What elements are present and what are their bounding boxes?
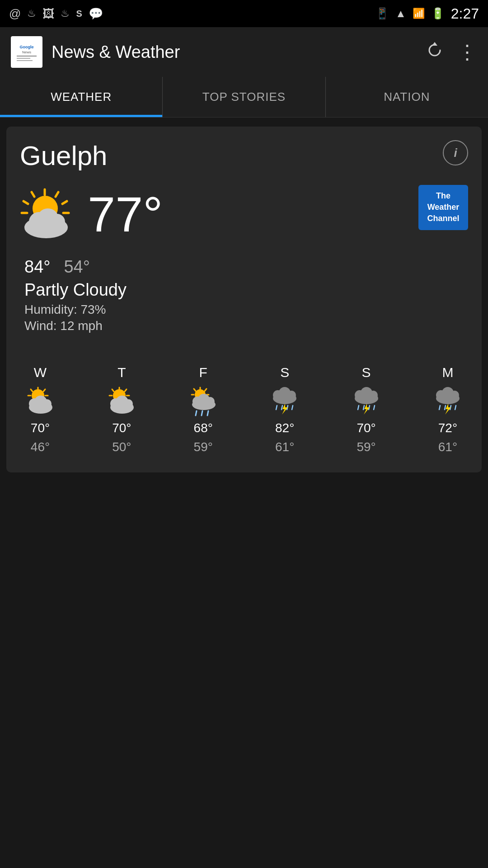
svg-line-57 xyxy=(282,406,282,410)
forecast-icon-m xyxy=(432,385,464,416)
info-button[interactable]: i xyxy=(443,140,468,165)
city-name: Guelph xyxy=(20,140,107,171)
svg-line-9 xyxy=(62,201,67,204)
svg-point-48 xyxy=(206,397,215,406)
forecast-icon-s2 xyxy=(351,385,382,416)
forecast-lo: 46° xyxy=(31,440,50,454)
signal-icon: 📶 xyxy=(413,8,425,19)
svg-point-73 xyxy=(450,391,459,400)
svg-line-21 xyxy=(43,389,45,392)
svg-text:Google: Google xyxy=(20,45,34,49)
at-icon: @ xyxy=(9,7,21,21)
wifi-icon: ▲ xyxy=(395,7,406,20)
svg-rect-4 xyxy=(17,58,30,59)
steam3-icon: S xyxy=(76,9,82,19)
forecast-day-t: T 70° 50° xyxy=(106,365,137,454)
svg-point-38 xyxy=(124,399,133,408)
svg-line-77 xyxy=(455,406,456,410)
status-time: 2:27 xyxy=(451,5,479,22)
forecast-day-m: M 72° 61° xyxy=(432,365,464,454)
svg-line-8 xyxy=(56,192,58,197)
forecast-day-s2: S 70° 59° xyxy=(351,365,382,454)
forecast-day-s1: S 82° xyxy=(269,365,300,454)
tab-top-stories[interactable]: TOP STORIES xyxy=(163,77,325,117)
phone-icon: 📱 xyxy=(375,7,389,20)
city-header: Guelph i xyxy=(20,140,468,171)
forecast-hi: 68° xyxy=(194,421,213,435)
low-temp: 54° xyxy=(64,257,89,277)
humidity: Humidity: 73% xyxy=(24,302,468,317)
chat-icon: 💬 xyxy=(89,7,103,21)
svg-line-68 xyxy=(374,406,375,410)
svg-line-31 xyxy=(125,389,127,392)
svg-point-55 xyxy=(287,391,296,400)
forecast: W 70° 46° xyxy=(20,356,468,454)
forecast-icon-w xyxy=(24,385,56,416)
tab-bar: WEATHER TOP STORIES NATION xyxy=(0,77,488,118)
app-bar: Google News News & Weather ⋮ xyxy=(0,27,488,77)
high-temp: 84° xyxy=(24,257,50,277)
svg-line-11 xyxy=(32,192,34,197)
svg-line-43 xyxy=(194,389,196,391)
forecast-hi: 70° xyxy=(31,421,50,435)
forecast-lo: 59° xyxy=(194,440,213,454)
svg-line-23 xyxy=(31,389,33,392)
weather-channel-badge: The Weather Channel xyxy=(418,185,468,230)
svg-marker-6 xyxy=(432,42,437,46)
forecast-icon-t xyxy=(106,385,137,416)
steam2-icon: ♨ xyxy=(61,8,70,19)
hi-lo: 84° 54° xyxy=(24,257,468,277)
weather-left: 77° xyxy=(20,185,163,244)
svg-line-41 xyxy=(205,389,206,391)
forecast-hi: 72° xyxy=(438,421,457,435)
refresh-button[interactable] xyxy=(426,41,444,63)
svg-line-59 xyxy=(292,406,293,410)
weather-details: 84° 54° Partly Cloudy Humidity: 73% Wind… xyxy=(20,257,468,333)
svg-point-64 xyxy=(369,391,378,400)
forecast-hi: 70° xyxy=(357,421,375,435)
svg-line-65 xyxy=(358,406,359,410)
tab-weather[interactable]: WEATHER xyxy=(0,77,163,117)
forecast-hi: 70° xyxy=(112,421,131,435)
weather-card: Guelph i xyxy=(6,127,482,472)
svg-line-51 xyxy=(207,411,208,415)
status-icons-left: @ ♨ 🖼 ♨ S 💬 xyxy=(9,7,103,21)
svg-line-50 xyxy=(202,411,202,415)
current-weather-row: 77° The Weather Channel xyxy=(20,185,468,244)
temperature: 77° xyxy=(88,189,163,239)
main-content: Guelph i xyxy=(0,118,488,868)
svg-line-74 xyxy=(439,406,440,410)
svg-rect-3 xyxy=(17,56,37,57)
image-icon: 🖼 xyxy=(42,7,54,21)
svg-text:News: News xyxy=(22,50,31,54)
more-menu-button[interactable]: ⋮ xyxy=(457,46,477,58)
app-logo: Google News xyxy=(11,36,42,68)
battery-icon: 🔋 xyxy=(431,7,445,20)
forecast-lo: 61° xyxy=(275,440,294,454)
forecast-day-f: F xyxy=(188,365,219,454)
forecast-lo: 50° xyxy=(112,440,131,454)
forecast-day-label: S xyxy=(362,365,371,380)
forecast-day-label: W xyxy=(34,365,47,380)
svg-line-49 xyxy=(196,411,197,415)
app-title: News & Weather xyxy=(52,42,417,62)
svg-line-33 xyxy=(112,389,114,392)
forecast-lo: 61° xyxy=(438,440,457,454)
svg-line-66 xyxy=(363,406,364,410)
forecast-icon-f xyxy=(188,385,219,416)
svg-point-28 xyxy=(42,399,52,408)
forecast-day-label: M xyxy=(442,365,453,380)
steam-icon: ♨ xyxy=(27,8,36,19)
svg-line-56 xyxy=(276,406,277,410)
svg-line-12 xyxy=(23,201,28,204)
forecast-day-label: S xyxy=(280,365,289,380)
status-bar: @ ♨ 🖼 ♨ S 💬 📱 ▲ 📶 🔋 2:27 xyxy=(0,0,488,27)
condition: Partly Cloudy xyxy=(24,280,468,300)
tab-nation[interactable]: NATION xyxy=(326,77,488,117)
forecast-hi: 82° xyxy=(275,421,294,435)
forecast-day-w: W 70° 46° xyxy=(24,365,56,454)
forecast-lo: 59° xyxy=(357,440,375,454)
svg-point-18 xyxy=(49,214,65,230)
svg-line-75 xyxy=(445,406,446,410)
forecast-day-label: T xyxy=(117,365,126,380)
